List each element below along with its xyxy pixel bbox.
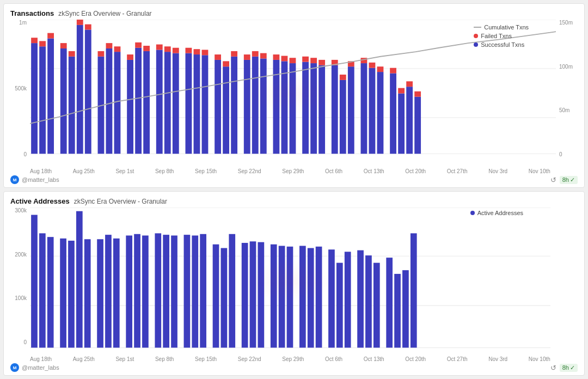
- svg-rect-21: [106, 43, 113, 48]
- refresh-icon-2[interactable]: ↺: [550, 364, 556, 372]
- transactions-y-axis-right: 150m 100m 50m 0: [556, 20, 578, 167]
- check-icon: ✓: [570, 176, 575, 184]
- svg-rect-17: [85, 25, 91, 30]
- svg-rect-96: [84, 239, 91, 347]
- svg-rect-104: [163, 235, 169, 347]
- svg-rect-25: [127, 54, 133, 60]
- transactions-chart-body: 1m 500k 0 Cumulative Txns Failed: [10, 20, 578, 167]
- transactions-footer-right: ↺ 8h ✓: [550, 176, 578, 184]
- svg-rect-84: [414, 97, 421, 154]
- svg-rect-29: [143, 46, 150, 51]
- svg-rect-110: [221, 248, 228, 348]
- svg-rect-76: [377, 72, 384, 154]
- svg-rect-105: [171, 235, 177, 347]
- svg-rect-112: [242, 243, 248, 347]
- transactions-legend: Cumulative Txns Failed Txns Successful T…: [474, 24, 529, 48]
- svg-rect-33: [164, 46, 171, 52]
- matter-labs-label-2: @matter_labs: [22, 364, 59, 371]
- svg-rect-55: [273, 54, 280, 60]
- svg-rect-46: [231, 57, 237, 154]
- active-addresses-footer-right: ↺ 8h ✓: [550, 364, 578, 372]
- svg-rect-7: [39, 41, 46, 46]
- svg-rect-109: [213, 244, 219, 348]
- svg-rect-111: [229, 234, 235, 348]
- refresh-icon[interactable]: ↺: [550, 176, 556, 184]
- svg-rect-83: [406, 81, 413, 87]
- transactions-y-axis-left: 1m 500k 0: [10, 20, 30, 167]
- svg-rect-61: [302, 57, 309, 62]
- svg-rect-124: [357, 250, 364, 348]
- svg-rect-24: [127, 60, 133, 154]
- legend-successful-label: Successful Txns: [481, 41, 524, 48]
- svg-rect-34: [173, 53, 179, 154]
- check-icon-2: ✓: [570, 364, 575, 371]
- legend-cumulative: Cumulative Txns: [474, 24, 529, 30]
- svg-rect-53: [260, 53, 267, 59]
- svg-rect-81: [398, 88, 405, 94]
- svg-rect-106: [184, 235, 191, 347]
- svg-rect-68: [340, 80, 346, 154]
- svg-rect-65: [318, 60, 325, 65]
- svg-rect-101: [134, 234, 140, 348]
- svg-rect-41: [202, 50, 209, 55]
- svg-rect-22: [114, 52, 121, 154]
- svg-rect-85: [414, 91, 421, 97]
- active-addresses-chart-body: 300k 200k 100k 0 Active Addresses: [10, 207, 578, 355]
- svg-rect-38: [194, 54, 200, 154]
- svg-rect-70: [348, 66, 354, 154]
- svg-rect-8: [47, 38, 54, 154]
- svg-rect-98: [105, 235, 112, 347]
- legend-active-addresses: Active Addresses: [470, 210, 523, 216]
- transactions-footer-left: M @matter_labs: [10, 175, 59, 184]
- svg-rect-121: [328, 249, 335, 347]
- matter-labs-label: @matter_labs: [22, 176, 59, 183]
- svg-rect-82: [406, 87, 413, 154]
- svg-rect-28: [143, 51, 150, 154]
- svg-rect-120: [316, 247, 322, 348]
- svg-rect-51: [252, 51, 259, 57]
- svg-rect-113: [250, 241, 256, 347]
- svg-rect-11: [60, 43, 67, 48]
- legend-failed-label: Failed Txns: [481, 33, 512, 39]
- svg-rect-49: [244, 54, 250, 60]
- svg-rect-62: [310, 63, 317, 154]
- svg-rect-92: [47, 237, 54, 347]
- svg-rect-57: [281, 56, 288, 62]
- legend-active-label: Active Addresses: [477, 210, 523, 216]
- transactions-footer: M @matter_labs ↺ 8h ✓: [10, 175, 578, 184]
- svg-rect-36: [186, 53, 192, 154]
- matter-labs-icon: M: [10, 175, 19, 184]
- legend-failed: Failed Txns: [474, 33, 529, 39]
- svg-rect-116: [279, 246, 285, 347]
- svg-rect-35: [173, 48, 179, 53]
- svg-rect-43: [215, 54, 221, 60]
- svg-rect-23: [114, 46, 121, 52]
- legend-successful: Successful Txns: [474, 41, 529, 48]
- svg-rect-129: [402, 270, 409, 347]
- svg-rect-128: [394, 274, 401, 348]
- active-addresses-header: Active Addresses zkSync Era Overview - G…: [10, 197, 578, 205]
- svg-rect-10: [60, 48, 67, 154]
- svg-rect-125: [365, 255, 372, 347]
- time-label-2: 8h: [562, 364, 569, 371]
- active-addresses-legend: Active Addresses: [470, 210, 523, 216]
- svg-rect-64: [318, 65, 325, 154]
- active-addresses-chart-area: Active Addresses: [30, 207, 550, 355]
- successful-dot-icon: [474, 42, 478, 47]
- active-addresses-svg: [30, 207, 550, 355]
- active-addresses-footer: M @matter_labs ↺ 8h ✓: [10, 363, 578, 372]
- svg-rect-48: [244, 60, 250, 154]
- time-label: 8h: [562, 176, 569, 183]
- svg-rect-103: [155, 233, 161, 347]
- active-addresses-panel: Active Addresses zkSync Era Overview - G…: [3, 191, 585, 376]
- transactions-title: Transactions: [10, 9, 54, 17]
- active-dot-icon: [470, 211, 475, 215]
- transactions-panel: Transactions zkSync Era Overview - Granu…: [3, 3, 585, 188]
- svg-rect-12: [69, 57, 75, 154]
- svg-rect-91: [39, 233, 46, 347]
- active-addresses-footer-left: M @matter_labs: [10, 363, 59, 372]
- svg-rect-119: [308, 248, 314, 348]
- svg-rect-90: [31, 215, 38, 348]
- svg-rect-115: [271, 244, 277, 348]
- active-addresses-x-axis: Aug 18th Aug 25th Sep 1st Sep 8th Sep 15…: [10, 355, 578, 362]
